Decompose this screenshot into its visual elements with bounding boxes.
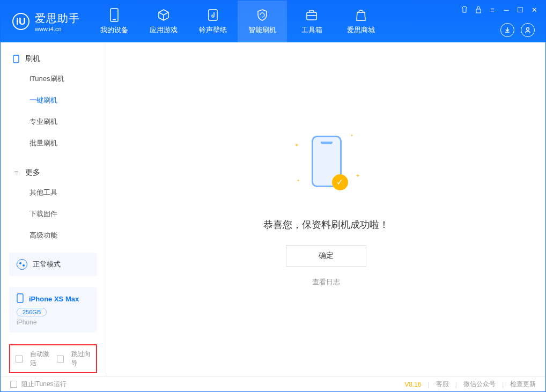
app-url: www.i4.cn	[35, 26, 80, 32]
device-name: iPhone XS Max	[29, 295, 79, 303]
svg-rect-3	[307, 12, 316, 20]
music-icon	[206, 8, 220, 22]
list-icon: ≡	[12, 169, 20, 176]
sidebar-section-more: ≡ 更多	[1, 164, 106, 182]
nav-toolbox[interactable]: 工具箱	[287, 1, 336, 42]
nav-label: 应用游戏	[150, 25, 178, 35]
bag-icon	[354, 8, 368, 22]
phone-small-icon	[17, 293, 24, 305]
nav-label: 爱思商城	[347, 25, 375, 35]
device-mode-box[interactable]: 正常模式	[9, 253, 97, 276]
auto-activate-label: 自动激活	[30, 350, 49, 368]
block-itunes-checkbox[interactable]	[10, 381, 17, 388]
download-button[interactable]	[500, 23, 514, 37]
svg-rect-6	[13, 55, 19, 63]
sidebar-item-batch[interactable]: 批量刷机	[1, 132, 106, 154]
window-controls: ≡ ─ ☐ ✕	[461, 6, 538, 13]
sidebar-item-firmware[interactable]: 下载固件	[1, 203, 106, 225]
sidebar-item-oneclick[interactable]: 一键刷机	[1, 90, 106, 111]
nav-label: 智能刷机	[248, 25, 276, 35]
main-content: ✦ ✦ ✦ ✦ ✓ 恭喜您，保资料刷机成功啦！ 确定 查看日志	[106, 42, 545, 376]
nav-label: 铃声壁纸	[199, 25, 227, 35]
menu-icon[interactable]: ≡	[489, 6, 496, 13]
nav-wallpaper[interactable]: 铃声壁纸	[188, 1, 238, 42]
svg-point-5	[527, 28, 529, 31]
logo-area: iU 爱思助手 www.i4.cn	[1, 11, 90, 32]
checkmark-badge-icon: ✓	[332, 174, 348, 190]
minimize-icon[interactable]: ─	[503, 6, 510, 13]
view-log-link[interactable]: 查看日志	[312, 277, 340, 287]
nav-apps[interactable]: 应用游戏	[139, 1, 188, 42]
section-title: 更多	[25, 168, 40, 177]
nav-store[interactable]: 爱思商城	[336, 1, 386, 42]
sidebar-item-itunes[interactable]: iTunes刷机	[1, 68, 106, 90]
storage-badge: 256GB	[17, 308, 47, 316]
nav-my-device[interactable]: 我的设备	[90, 1, 139, 42]
block-itunes-label: 阻止iTunes运行	[21, 380, 67, 389]
support-link[interactable]: 客服	[436, 380, 449, 389]
user-button[interactable]	[521, 23, 535, 37]
confirm-button[interactable]: 确定	[286, 245, 366, 267]
app-name: 爱思助手	[35, 11, 80, 26]
top-nav: 我的设备 应用游戏 铃声壁纸 智能刷机 工具箱 爱思商城	[90, 1, 386, 42]
update-link[interactable]: 检查更新	[510, 380, 536, 389]
logo-icon: iU	[12, 13, 29, 30]
nav-flash[interactable]: 智能刷机	[238, 1, 287, 42]
close-icon[interactable]: ✕	[530, 6, 538, 13]
options-highlight-box: 自动激活 跳过向导	[9, 344, 97, 373]
nav-label: 我的设备	[100, 25, 128, 35]
mode-icon	[17, 259, 27, 270]
sidebar-item-advanced[interactable]: 高级功能	[1, 225, 106, 246]
header-actions	[500, 23, 535, 37]
briefcase-icon	[305, 8, 319, 22]
auto-activate-checkbox[interactable]	[16, 356, 23, 363]
svg-rect-7	[17, 294, 23, 302]
nav-label: 工具箱	[301, 25, 322, 35]
section-title: 刷机	[25, 54, 40, 64]
lock-icon[interactable]	[475, 6, 482, 13]
sidebar-item-pro[interactable]: 专业刷机	[1, 111, 106, 132]
wechat-link[interactable]: 微信公众号	[463, 380, 496, 389]
device-mode-label: 正常模式	[33, 260, 61, 269]
device-icon	[12, 55, 20, 63]
app-header: iU 爱思助手 www.i4.cn 我的设备 应用游戏 铃声壁纸 智能刷机 工具…	[1, 1, 545, 42]
device-info-box[interactable]: iPhone XS Max 256GB iPhone	[9, 287, 97, 332]
cube-icon	[157, 8, 171, 22]
shirt-icon[interactable]	[461, 6, 468, 13]
footer: 阻止iTunes运行 V8.16 | 客服 | 微信公众号 | 检查更新	[1, 376, 545, 391]
sidebar-item-other[interactable]: 其他工具	[1, 182, 106, 203]
sidebar-section-flash: 刷机	[1, 50, 106, 68]
success-message: 恭喜您，保资料刷机成功啦！	[263, 218, 389, 231]
skip-guide-checkbox[interactable]	[57, 356, 64, 363]
shield-refresh-icon	[255, 8, 269, 22]
svg-rect-4	[476, 9, 481, 13]
maximize-icon[interactable]: ☐	[517, 6, 524, 13]
skip-guide-label: 跳过向导	[71, 350, 91, 368]
device-type: iPhone	[17, 319, 90, 326]
phone-icon	[107, 8, 121, 22]
version-label: V8.16	[404, 381, 421, 388]
svg-rect-1	[113, 19, 116, 20]
success-illustration: ✦ ✦ ✦ ✦ ✓	[302, 132, 350, 202]
sidebar: 刷机 iTunes刷机 一键刷机 专业刷机 批量刷机 ≡ 更多 其他工具 下载固…	[1, 42, 106, 376]
